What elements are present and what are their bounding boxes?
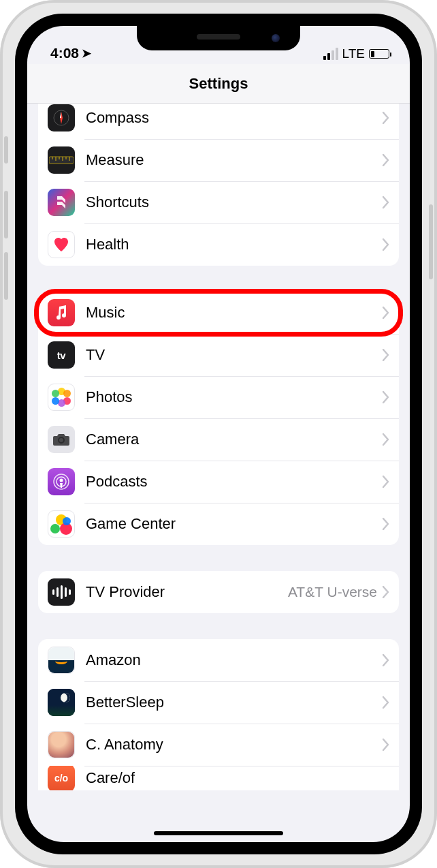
volume-up-button (4, 191, 8, 238)
chevron-right-icon (383, 433, 389, 446)
settings-row-compass[interactable]: Compass (38, 104, 399, 139)
settings-row-gamecenter[interactable]: Game Center (38, 503, 399, 545)
svg-point-13 (60, 479, 63, 482)
chevron-right-icon (383, 154, 389, 166)
tvprovider-icon (48, 578, 75, 606)
chevron-right-icon (383, 196, 389, 208)
settings-row-tvprovider[interactable]: TV Provider AT&T U-verse (38, 571, 399, 613)
status-time: 4:08 (50, 45, 79, 61)
settings-row-measure[interactable]: Measure (38, 139, 399, 181)
settings-row-photos[interactable]: Photos (38, 376, 399, 418)
health-icon (48, 231, 75, 258)
power-button (429, 204, 433, 279)
chevron-right-icon (383, 654, 389, 666)
compass-icon (48, 104, 75, 131)
location-icon: ➤ (82, 46, 91, 61)
measure-icon (48, 146, 75, 174)
settings-group-media: Music tv TV (38, 292, 399, 545)
settings-row-health[interactable]: Health (38, 223, 399, 266)
gamecenter-icon (48, 510, 75, 538)
mute-switch (4, 136, 8, 164)
signal-icon (323, 48, 338, 60)
row-label: BetterSleep (86, 694, 383, 711)
battery-icon (369, 49, 389, 59)
page-title: Settings (189, 75, 248, 93)
settings-scroll[interactable]: Compass Measure (27, 104, 410, 842)
settings-row-tv[interactable]: tv TV (38, 334, 399, 376)
row-label: Camera (86, 431, 383, 448)
music-icon (48, 299, 75, 326)
chevron-right-icon (383, 112, 389, 124)
photos-icon (48, 384, 75, 411)
row-label: TV (86, 346, 383, 364)
podcasts-icon (48, 468, 75, 495)
chevron-right-icon (383, 391, 389, 403)
settings-row-music[interactable]: Music (38, 292, 399, 334)
settings-group-utilities: Compass Measure (38, 104, 399, 266)
amazon-icon (48, 647, 75, 674)
row-label: Music (86, 304, 383, 322)
settings-row-camera[interactable]: Camera (38, 418, 399, 461)
settings-row-shortcuts[interactable]: Shortcuts (38, 181, 399, 223)
row-label: Compass (86, 109, 383, 127)
row-label: Shortcuts (86, 193, 383, 211)
row-label: TV Provider (86, 583, 288, 601)
row-label: Measure (86, 151, 383, 169)
volume-down-button (4, 252, 8, 300)
chevron-right-icon (383, 739, 389, 751)
camera-icon (48, 426, 75, 453)
careof-icon: c/o (48, 766, 75, 790)
shortcuts-icon (48, 189, 75, 216)
settings-row-careof[interactable]: c/o Care/of (38, 766, 399, 790)
screen: 4:08 ➤ LTE Settings (27, 26, 410, 842)
bettersleep-icon (48, 689, 75, 716)
chevron-right-icon (383, 238, 389, 251)
chevron-right-icon (383, 586, 389, 598)
network-label: LTE (342, 46, 365, 61)
notch (137, 26, 300, 50)
chevron-right-icon (383, 349, 389, 361)
anatomy-icon (48, 731, 75, 758)
svg-point-10 (59, 438, 63, 442)
tv-icon: tv (48, 341, 75, 369)
chevron-right-icon (383, 476, 389, 488)
settings-row-amazon[interactable]: Amazon (38, 639, 399, 681)
settings-group-thirdparty: Amazon BetterSleep C. Anatomy (38, 639, 399, 790)
settings-row-podcasts[interactable]: Podcasts (38, 461, 399, 503)
navigation-bar: Settings (27, 64, 410, 104)
row-label: Podcasts (86, 473, 383, 491)
row-label: Game Center (86, 515, 383, 533)
row-label: C. Anatomy (86, 736, 383, 754)
settings-row-canatomy[interactable]: C. Anatomy (38, 724, 399, 766)
svg-rect-1 (49, 157, 74, 164)
row-detail: AT&T U-verse (288, 584, 377, 600)
chevron-right-icon (383, 307, 389, 319)
row-label: Care/of (86, 769, 389, 787)
settings-group-tvprovider: TV Provider AT&T U-verse (38, 571, 399, 613)
row-label: Amazon (86, 651, 383, 669)
row-label: Photos (86, 388, 383, 406)
chevron-right-icon (383, 518, 389, 530)
phone-frame: 4:08 ➤ LTE Settings (0, 0, 437, 868)
row-label: Health (86, 236, 383, 253)
settings-row-bettersleep[interactable]: BetterSleep (38, 681, 399, 724)
home-indicator[interactable] (154, 831, 283, 835)
chevron-right-icon (383, 696, 389, 709)
